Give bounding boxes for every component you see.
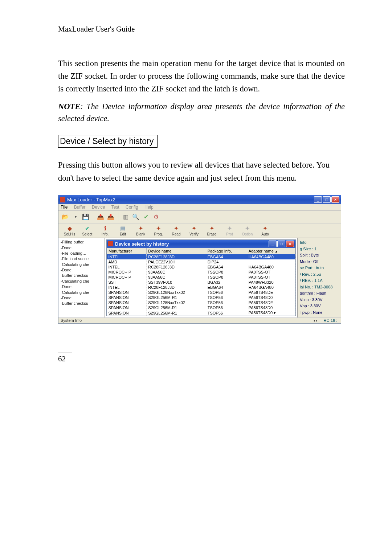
col-adapter[interactable]: Adapter name ▲ [247, 248, 295, 254]
table-cell: SPANSION [107, 310, 147, 316]
table-row[interactable]: MICROCHIP93AA56CTSSOP8PA8TSS-OT [107, 270, 295, 275]
load-icon[interactable]: 📥 [97, 213, 105, 221]
menu-test[interactable]: Test [111, 205, 119, 210]
menu-help[interactable]: Help [144, 205, 154, 210]
export-icon[interactable]: 📤 [107, 213, 115, 221]
table-cell: TSOP56 [206, 295, 247, 300]
table-row[interactable]: SPANSIONS29GL256M-R1TSOP56PA56TS48D0 ▾ [107, 310, 295, 316]
log-line: -Done. [61, 267, 104, 273]
table-cell: EBGA64 [206, 285, 247, 290]
table-cell: S29GL128NxxTxx02 [147, 300, 206, 305]
table-cell: TSOP56 [206, 300, 247, 305]
info-serial: ial No. : TM2-0068 [300, 284, 339, 290]
table-row[interactable]: SPANSIONS29GL256M-R1TSOP56PA56TS48D0 [107, 295, 295, 300]
table-cell: HA64BGA480 [247, 264, 295, 270]
save-icon[interactable]: 💾 [82, 213, 90, 221]
info-size: g Size : 1 [300, 246, 339, 252]
minimize-button[interactable]: _ [314, 196, 322, 203]
table-cell: HA64BGA480 [247, 254, 295, 260]
table-cell: S29GL256M-R1 [147, 305, 206, 310]
col-package[interactable]: Package Info. [206, 248, 247, 254]
tb-edit[interactable]: ▤Edit [115, 224, 131, 236]
table-cell: RC28F128J3D [147, 254, 206, 260]
table-cell: SPANSION [107, 305, 147, 310]
table-row[interactable]: INTELRC28F128J3DEBGA64HA64BGA480 [107, 254, 295, 260]
tb-info[interactable]: ℹInfo. [97, 224, 113, 236]
col-device-name[interactable]: Device name [147, 248, 206, 254]
table-row[interactable]: INTELRC28F128J3DEBGA64HA64BGA480 [107, 285, 295, 290]
menu-config[interactable]: Config [126, 205, 138, 210]
section-heading-box: Device / Select by history [58, 135, 158, 148]
tb-select[interactable]: ✔Select [79, 224, 95, 236]
info-rev2: / REV. : 1.1A [300, 278, 339, 284]
history-table[interactable]: Manufacturer Device name Package Info. A… [107, 248, 295, 316]
toolbar-1: 📂 ▾ 💾 📥 📤 ▥ 🔍 ✔ ⚙ [58, 211, 341, 223]
close-button[interactable]: × [331, 196, 339, 203]
history-title: Device select by history [115, 241, 269, 247]
info-tpwp: Tpwp : None [300, 309, 339, 316]
menu-file[interactable]: File [61, 205, 68, 210]
history-icon [108, 241, 113, 246]
log-line: -Filling buffer. [61, 239, 104, 245]
note-text: : The Device Information display area pr… [58, 102, 345, 123]
log-line: -Calculating che [61, 279, 104, 284]
history-minimize[interactable]: _ [269, 241, 277, 247]
history-titlebar: Device select by history _ □ × [107, 240, 295, 248]
table-cell: TSOP56 [206, 305, 247, 310]
table-cell: INTEL [107, 285, 147, 290]
table-cell: PA56TS48D0 [247, 305, 295, 310]
log-line: -File load succe [61, 256, 104, 262]
table-cell: TSOP56 [206, 310, 247, 316]
table-row[interactable]: SPANSIONS29GL256M-R1TSOP56PA56TS48D0 [107, 305, 295, 310]
table-cell: EBGA64 [206, 254, 247, 260]
menu-device[interactable]: Device [92, 205, 105, 210]
log-line: -Buffer checksu [61, 301, 104, 306]
info-mode: Mode : Off [300, 259, 339, 265]
menu-bar: File Buffer Device Test Config Help [58, 204, 341, 211]
tb-erase[interactable]: ✦Erase [204, 224, 220, 236]
table-row[interactable]: AMDPALCE22V10HDIP24 [107, 259, 295, 264]
log-line: -Done. [61, 284, 104, 290]
maximize-button[interactable]: □ [323, 196, 331, 203]
zoom-icon[interactable]: 🔍 [132, 213, 140, 221]
info-algorithm: gorithm : Flash [300, 290, 339, 296]
chip-icon[interactable]: ▥ [122, 213, 130, 221]
table-cell: PA56TS48D0 [247, 295, 295, 300]
table-cell: PA56TS48D0 ▾ [247, 310, 295, 316]
tb-verify[interactable]: ✦Verify [186, 224, 202, 236]
arrow-icon: ▾ [72, 213, 79, 221]
tb-prog[interactable]: ✦Prog. [150, 224, 167, 236]
table-row[interactable]: SPANSIONS29GL128NxxTxx02TSOP56PA56TS48DE [107, 290, 295, 295]
info-port: se Port : Auto [300, 265, 339, 271]
cfg-icon[interactable]: ⚙ [152, 213, 160, 221]
scroll-left-icon[interactable]: ◂ [313, 319, 315, 323]
table-cell: TSSOP8 [206, 275, 247, 280]
tb-selhis[interactable]: ◆Sel.His [61, 224, 78, 236]
note-paragraph: NOTE: The Device Information display are… [58, 100, 345, 125]
history-close[interactable]: × [286, 241, 294, 247]
open-icon[interactable]: 📂 [61, 213, 69, 221]
menu-buffer[interactable]: Buffer [74, 205, 86, 210]
scroll-right-icon[interactable]: ▸ [316, 319, 318, 323]
dropdown-icon[interactable]: ▾ [273, 311, 276, 315]
tb-auto[interactable]: ✦Auto [257, 224, 273, 236]
check-icon[interactable]: ✔ [142, 213, 150, 221]
col-manufacturer[interactable]: Manufacturer [107, 248, 147, 254]
history-maximize[interactable]: □ [277, 241, 285, 247]
table-row[interactable]: SPANSIONS29GL128NxxTxx02TSOP56PA56TS48DE [107, 300, 295, 305]
info-vccp: Vccp : 3.30V [300, 297, 339, 303]
table-row[interactable]: SSTSST39VF010BGA32PA48WFB320 [107, 280, 295, 285]
table-row[interactable]: INTELRC28F128J3DEBGA64HA64BGA480 [107, 264, 295, 270]
table-cell: PALCE22V10H [147, 259, 206, 264]
table-cell: 93AA56C [147, 275, 206, 280]
tb-read[interactable]: ✦Read [168, 224, 184, 236]
table-cell: RC28F128J3D [147, 264, 206, 270]
tb-blank[interactable]: ✦Blank [132, 224, 149, 236]
info-vpp: Vpp : 3.30V [300, 303, 339, 309]
info-rc16: RC-16 :- [323, 318, 339, 323]
system-info-label: System Info [61, 318, 313, 323]
table-cell: AMD [107, 259, 147, 264]
table-row[interactable]: MICROCHIP93AA56CTSSOP8PA8TSS-OT [107, 275, 295, 280]
status-bar: System Info ◂ ▸ RC-16 :- [58, 317, 341, 323]
app-icon [60, 197, 65, 202]
